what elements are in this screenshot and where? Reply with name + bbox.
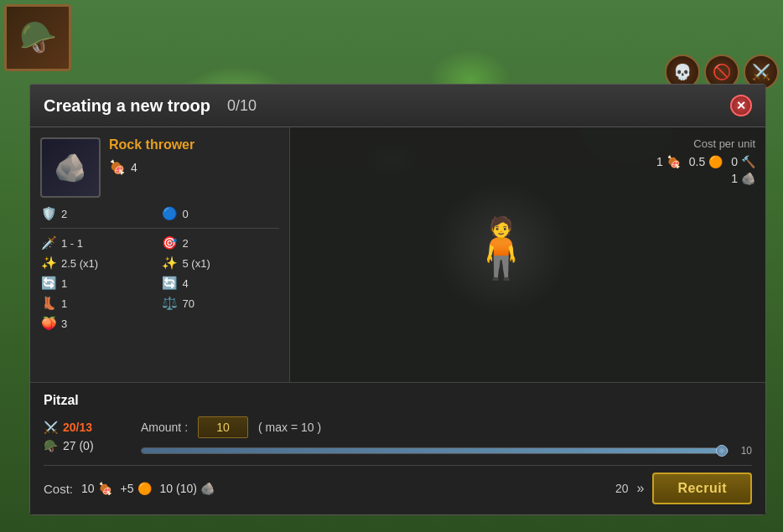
speed2-stat: ✨ 5 (x1) [162, 256, 280, 271]
unit-preview-sprite: 🧍 [434, 181, 568, 315]
player-stat1-value: 20/13 [63, 421, 92, 434]
cost-gold-value: 0.5 [689, 155, 705, 168]
speed1-icon: ✨ [40, 256, 57, 271]
cost-left: Cost: 10 🍖 +5 🟠 10 (10) 🪨 [44, 482, 215, 496]
extra-value: 3 [61, 318, 67, 330]
chevron-right-icon: » [636, 481, 644, 496]
shield-value: 0 [183, 208, 189, 220]
unit-header: 🪨 Rock thrower 🍖 4 [40, 137, 279, 198]
weight-stat: ⚖️ 70 [162, 296, 280, 311]
cost-food-item: 1 🍖 [656, 155, 681, 168]
range-stat: 🎯 2 [162, 235, 280, 251]
cost-stone-item: 1 🪨 [731, 172, 755, 185]
cost-wood-icon: 🔨 [741, 155, 755, 168]
amount-input[interactable] [198, 416, 248, 438]
cost-food-res-icon: 🍖 [98, 482, 112, 495]
shield-stat: 🔵 0 [162, 206, 280, 221]
unit-panel: 🪨 Rock thrower 🍖 4 🛡️ 2 🔵 [30, 127, 290, 382]
bottom-section: Pitzal ⚔️ 20/13 🪖 27 (0) Amount : ( max [30, 382, 765, 514]
range-value: 2 [183, 237, 189, 250]
food-icon: 🍖 [109, 159, 126, 175]
cost-per-unit-label: Cost per unit [656, 137, 755, 150]
cost-per-unit: Cost per unit 1 🍖 0.5 🟠 0 🔨 [656, 137, 755, 189]
modal-header: Creating a new troop 0/10 ✕ [30, 85, 765, 127]
recruit-button[interactable]: Recruit [652, 473, 752, 504]
stats-grid: 🗡️ 1 - 1 🎯 2 ✨ 2.5 (x1) ✨ [40, 235, 279, 331]
player-stat-1: ⚔️ 20/13 [44, 421, 127, 434]
player-stat-2: 🪖 27 (0) [44, 439, 127, 452]
shield-icon: 🔵 [162, 206, 179, 221]
sword-stat-icon: 🗡️ [40, 235, 57, 251]
attack-stat: 🗡️ 1 - 1 [40, 235, 158, 251]
top-right-icons: 💀 🚫 ⚔️ [665, 4, 779, 90]
slider-fill [142, 448, 728, 453]
reload1-value: 1 [61, 277, 67, 290]
cost-silver-footer-amount: 10 (10) [160, 482, 197, 495]
cost-food: 10 🍖 [81, 482, 112, 495]
page-number: 20 [615, 482, 629, 495]
cost-stone-value: 1 [731, 172, 738, 185]
cost-footer-label: Cost: [44, 482, 73, 496]
player-stat2-value: 27 (0) [63, 439, 94, 452]
cost-silver-footer-icon: 🪨 [200, 482, 215, 495]
cost-gold-footer-icon: 🟠 [137, 482, 152, 495]
stat-divider-1 [40, 228, 279, 229]
speed1-value: 2.5 (x1) [61, 257, 98, 270]
target-icon: 🎯 [162, 235, 179, 251]
modal-title-area: Creating a new troop 0/10 [44, 96, 257, 116]
player-stats: ⚔️ 20/13 🪖 27 (0) [44, 421, 127, 452]
player-stat2-icon: 🪖 [44, 439, 58, 452]
bottom-controls: ⚔️ 20/13 🪖 27 (0) Amount : ( max = 10 ) [44, 416, 752, 457]
cost-footer: Cost: 10 🍖 +5 🟠 10 (10) 🪨 20 » Recruit [44, 465, 752, 504]
weight-icon: ⚖️ [162, 296, 179, 311]
unit-name: Rock thrower [109, 137, 279, 152]
attack-value: 1 - 1 [61, 237, 83, 250]
amount-slider-track[interactable] [141, 447, 729, 454]
close-button[interactable]: ✕ [730, 95, 752, 116]
top-bar: 🪖 💀 🚫 ⚔️ [0, 0, 783, 84]
amount-row: Amount : ( max = 10 ) [141, 416, 752, 438]
slider-max-value: 10 [735, 445, 752, 457]
food-value: 4 [131, 161, 137, 174]
cost-stone-icon: 🪨 [741, 172, 755, 185]
unit-info: Rock thrower 🍖 4 [109, 137, 279, 175]
weight-value: 70 [183, 297, 194, 310]
player-name: Pitzal [44, 393, 752, 408]
speed2-icon: ✨ [162, 256, 179, 271]
cost-wood-item: 0 🔨 [731, 155, 755, 168]
amount-section: Amount : ( max = 10 ) 10 [141, 416, 752, 457]
cost-row-1: 1 🍖 0.5 🟠 0 🔨 [656, 155, 755, 168]
armor-icon: 🛡️ [40, 206, 57, 221]
cost-row-2: 1 🪨 [656, 172, 755, 185]
boot-icon: 👢 [40, 296, 57, 311]
armor-shield-row: 🛡️ 2 🔵 0 [40, 206, 279, 221]
modal-count: 0/10 [227, 97, 257, 115]
cost-gold-footer: +5 🟠 [121, 482, 152, 495]
reload1-stat: 🔄 1 [40, 276, 158, 291]
cost-food-amount: 10 [81, 482, 95, 495]
reload2-value: 4 [183, 277, 189, 290]
reload1-icon: 🔄 [40, 276, 57, 291]
cost-gold-icon: 🟠 [708, 155, 723, 168]
armor-stat: 🛡️ 2 [40, 206, 158, 221]
troop-creation-modal: Creating a new troop 0/10 ✕ 🪨 Rock throw… [29, 84, 766, 515]
cost-gold-item: 0.5 🟠 [689, 155, 723, 168]
slider-thumb[interactable] [716, 445, 728, 457]
unit-food-stat: 🍖 4 [109, 159, 279, 175]
slider-row: 10 [141, 445, 752, 457]
apple-icon: 🍑 [40, 316, 57, 331]
preview-area: Cost per unit 1 🍖 0.5 🟠 0 🔨 [290, 127, 765, 382]
armor-value: 2 [61, 208, 67, 220]
max-info: ( max = 10 ) [258, 421, 321, 434]
modal-title: Creating a new troop [44, 96, 210, 116]
cost-silver-footer: 10 (10) 🪨 [160, 482, 215, 495]
hero-avatar[interactable]: 🪖 [4, 4, 71, 71]
cost-right: 20 » Recruit [615, 473, 752, 504]
cost-food-value: 1 [656, 155, 663, 168]
boot-value: 1 [61, 297, 67, 310]
speed2-value: 5 (x1) [183, 257, 210, 270]
player-stat1-icon: ⚔️ [44, 421, 58, 434]
modal-body: 🪨 Rock thrower 🍖 4 🛡️ 2 🔵 [30, 127, 765, 382]
reload2-icon: 🔄 [162, 276, 179, 291]
cost-wood-value: 0 [731, 155, 738, 168]
